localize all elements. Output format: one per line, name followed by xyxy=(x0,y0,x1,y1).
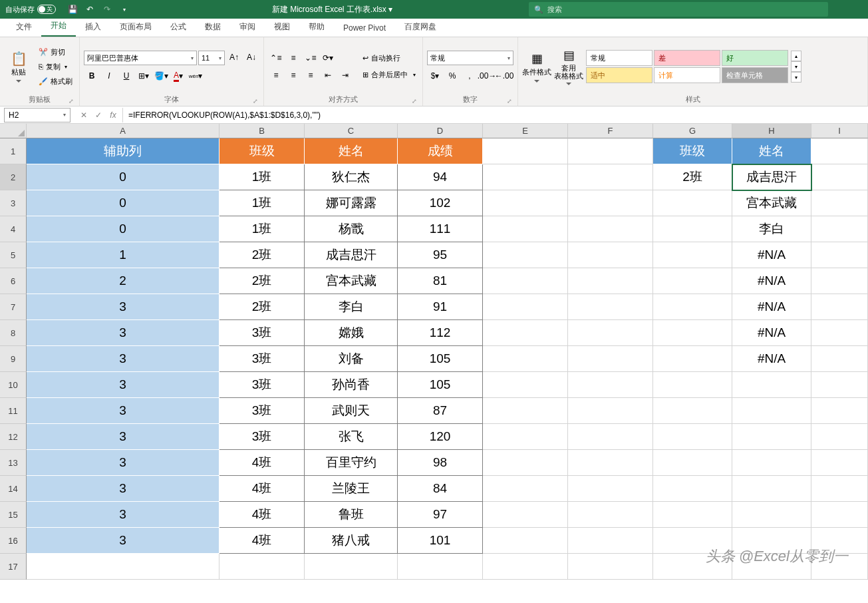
row-header-1[interactable]: 1 xyxy=(0,138,27,164)
tab-视图[interactable]: 视图 xyxy=(265,17,299,37)
redo-icon[interactable]: ↷ xyxy=(101,3,113,15)
cell-F10[interactable] xyxy=(568,372,653,398)
cell-F4[interactable] xyxy=(568,216,653,242)
cell-I6[interactable] xyxy=(811,268,868,294)
cell-F15[interactable] xyxy=(568,502,653,528)
cell-A13[interactable]: 3 xyxy=(27,450,219,476)
cell-G12[interactable] xyxy=(653,424,732,450)
cell-B9[interactable]: 3班 xyxy=(219,346,305,372)
cell-B1[interactable]: 班级 xyxy=(219,138,305,164)
align-bottom-icon[interactable]: ⌄≡ xyxy=(303,51,319,65)
cell-D8[interactable]: 112 xyxy=(398,320,483,346)
tab-公式[interactable]: 公式 xyxy=(161,17,196,37)
cell-H2[interactable]: 成吉思汗 xyxy=(732,164,811,190)
undo-icon[interactable]: ↶ xyxy=(84,3,96,15)
row-header-3[interactable]: 3 xyxy=(0,190,27,216)
number-format-combo[interactable]: 常规▾ xyxy=(427,51,513,65)
cell-H16[interactable] xyxy=(732,528,811,554)
row-header-14[interactable]: 14 xyxy=(0,476,27,502)
cell-A17[interactable] xyxy=(27,554,219,580)
cell-D17[interactable] xyxy=(398,554,483,580)
cell-H9[interactable]: #N/A xyxy=(732,346,811,372)
tab-审阅[interactable]: 审阅 xyxy=(230,17,265,37)
cell-C3[interactable]: 娜可露露 xyxy=(305,190,398,216)
cell-H12[interactable] xyxy=(732,424,811,450)
cell-D14[interactable]: 84 xyxy=(398,476,483,502)
cell-I14[interactable] xyxy=(811,476,868,502)
autosave-toggle[interactable]: 自动保存 关 xyxy=(0,5,61,15)
cell-B16[interactable]: 4班 xyxy=(219,528,305,554)
formula-input[interactable]: =IFERROR(VLOOKUP(ROW(A1),$A$1:$D$16,3,0)… xyxy=(123,110,868,120)
cell-A12[interactable]: 3 xyxy=(27,424,219,450)
increase-font-icon[interactable]: A↑ xyxy=(226,51,242,64)
font-color-button[interactable]: A▾ xyxy=(170,69,186,83)
cell-F7[interactable] xyxy=(568,294,653,320)
align-center-icon[interactable]: ≡ xyxy=(285,69,301,82)
row-header-17[interactable]: 17 xyxy=(0,554,27,580)
tab-文件[interactable]: 文件 xyxy=(7,17,41,37)
cell-G16[interactable] xyxy=(653,528,732,554)
cell-B12[interactable]: 3班 xyxy=(219,424,305,450)
col-header-D[interactable]: D xyxy=(398,124,483,138)
cell-A7[interactable]: 3 xyxy=(27,294,219,320)
cell-F14[interactable] xyxy=(568,476,653,502)
enter-icon[interactable]: ✓ xyxy=(92,108,105,122)
cell-D1[interactable]: 成绩 xyxy=(398,138,483,164)
cell-A4[interactable]: 0 xyxy=(27,216,219,242)
tab-开始[interactable]: 开始 xyxy=(41,16,76,37)
cell-B7[interactable]: 2班 xyxy=(219,294,305,320)
cell-E15[interactable] xyxy=(483,502,568,528)
gallery-down-icon[interactable]: ▾ xyxy=(791,61,801,72)
cell-C4[interactable]: 杨戬 xyxy=(305,216,398,242)
cell-A3[interactable]: 0 xyxy=(27,190,219,216)
cell-E17[interactable] xyxy=(483,554,568,580)
paste-button[interactable]: 📋 粘贴 xyxy=(4,40,33,93)
gallery-up-icon[interactable]: ▴ xyxy=(791,51,801,61)
cell-A9[interactable]: 3 xyxy=(27,346,219,372)
cell-I1[interactable] xyxy=(811,138,868,164)
cell-C5[interactable]: 成吉思汗 xyxy=(305,242,398,268)
toggle-switch[interactable]: 关 xyxy=(37,5,56,14)
gallery-more-icon[interactable]: ▾ xyxy=(791,72,801,83)
cell-G4[interactable] xyxy=(653,216,732,242)
cell-B13[interactable]: 4班 xyxy=(219,450,305,476)
tab-插入[interactable]: 插入 xyxy=(76,17,110,37)
tab-帮助[interactable]: 帮助 xyxy=(299,17,334,37)
cell-D7[interactable]: 91 xyxy=(398,294,483,320)
bold-button[interactable]: B xyxy=(84,69,100,83)
cell-C9[interactable]: 刘备 xyxy=(305,346,398,372)
cell-D3[interactable]: 102 xyxy=(398,190,483,216)
cell-H13[interactable] xyxy=(732,450,811,476)
cell-E10[interactable] xyxy=(483,372,568,398)
cell-A10[interactable]: 3 xyxy=(27,372,219,398)
cell-D6[interactable]: 81 xyxy=(398,268,483,294)
cell-E9[interactable] xyxy=(483,346,568,372)
cell-H14[interactable] xyxy=(732,476,811,502)
cell-I9[interactable] xyxy=(811,346,868,372)
cell-G11[interactable] xyxy=(653,398,732,424)
cell-G13[interactable] xyxy=(653,450,732,476)
cell-E8[interactable] xyxy=(483,320,568,346)
tab-百度网盘[interactable]: 百度网盘 xyxy=(395,17,446,37)
cell-I10[interactable] xyxy=(811,372,868,398)
phonetic-button[interactable]: wén▾ xyxy=(188,69,204,83)
cell-A14[interactable]: 3 xyxy=(27,476,219,502)
cell-I7[interactable] xyxy=(811,294,868,320)
style-常规[interactable]: 常规 xyxy=(586,50,652,66)
cell-H5[interactable]: #N/A xyxy=(732,242,811,268)
cell-G5[interactable] xyxy=(653,242,732,268)
copy-button[interactable]: ⎘复制▾ xyxy=(36,61,75,73)
cell-C7[interactable]: 李白 xyxy=(305,294,398,320)
cell-G15[interactable] xyxy=(653,502,732,528)
row-header-2[interactable]: 2 xyxy=(0,164,27,190)
merge-center-button[interactable]: ⊞合并后居中▾ xyxy=(360,69,418,81)
row-header-6[interactable]: 6 xyxy=(0,268,27,294)
cell-B8[interactable]: 3班 xyxy=(219,320,305,346)
cell-B14[interactable]: 4班 xyxy=(219,476,305,502)
cell-G6[interactable] xyxy=(653,268,732,294)
font-name-combo[interactable]: 阿里巴巴普惠体▾ xyxy=(84,51,197,65)
cell-B17[interactable] xyxy=(219,554,305,580)
cell-B6[interactable]: 2班 xyxy=(219,268,305,294)
cell-C14[interactable]: 兰陵王 xyxy=(305,476,398,502)
name-box[interactable]: H2▾ xyxy=(4,108,71,122)
